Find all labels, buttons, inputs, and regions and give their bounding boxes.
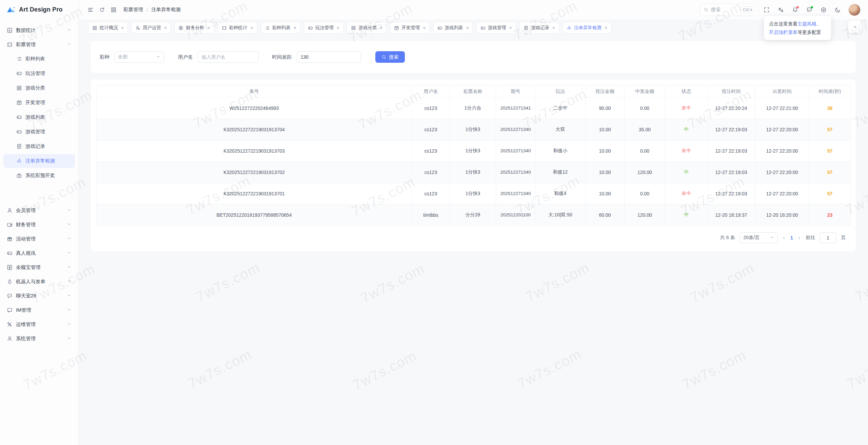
goto-page-input[interactable]: [820, 232, 836, 243]
sidebar-item-ops-mgmt[interactable]: 运维管理: [3, 317, 75, 331]
fullscreen-button[interactable]: [761, 4, 772, 16]
sidebar-item-chatroom28[interactable]: 聊天室28: [3, 289, 75, 303]
tools-icon: [7, 322, 13, 327]
sidebar-item-yuebao-mgmt[interactable]: 余额宝管理: [3, 260, 75, 274]
sidebar-item-bet-anomaly-detect[interactable]: 注单异常检测: [3, 154, 75, 168]
close-icon[interactable]: ×: [605, 25, 607, 30]
chevron-down-icon: [67, 27, 72, 33]
tab-lottery-list[interactable]: 彩种列表×: [261, 22, 300, 34]
filter-bar: 彩种 全部 用户名 时间差距 搜索: [91, 41, 856, 73]
close-icon[interactable]: ×: [207, 25, 210, 30]
close-icon[interactable]: ×: [251, 25, 253, 30]
ticket-icon: [222, 25, 227, 31]
chevron-down-icon: [67, 293, 72, 299]
sidebar-item-game-records[interactable]: 游戏记录: [3, 139, 75, 153]
sidebar-item-label: 活动管理: [16, 236, 36, 242]
cell-lottery: 1分六合: [450, 98, 496, 119]
fullscreen-icon: [764, 7, 770, 13]
grid-icon: [92, 25, 97, 31]
tooltip-separator: 、: [816, 21, 821, 26]
close-icon[interactable]: ×: [337, 25, 339, 30]
tab-game-category[interactable]: 游戏分类×: [347, 22, 387, 34]
cell-status: 中: [665, 205, 708, 226]
user-icon: [7, 208, 13, 213]
gamepad-icon: [7, 250, 13, 256]
col-bet-amount: 投注金额: [586, 85, 625, 98]
global-search-input[interactable]: 搜索 Ctrl k: [700, 4, 758, 16]
sidebar-item-game-list[interactable]: 游戏列表: [3, 110, 75, 124]
sidebar-item-robot-orders[interactable]: 机器人与发单: [3, 275, 75, 288]
tab-user-operations[interactable]: 用户运营×: [131, 22, 171, 34]
tab-game-records[interactable]: 游戏记录×: [519, 22, 559, 34]
apps-button[interactable]: [108, 4, 119, 16]
sidebar-item-member-mgmt[interactable]: 会员管理: [3, 204, 75, 217]
timediff-input[interactable]: [297, 51, 361, 63]
close-icon[interactable]: ×: [423, 25, 426, 30]
search-button[interactable]: 搜索: [375, 51, 405, 63]
cell-bet-amount: 90.00: [586, 98, 625, 119]
sidebar-item-game-category[interactable]: 游戏分类: [3, 81, 75, 95]
breadcrumb-parent[interactable]: 彩票管理: [123, 6, 143, 13]
page-size-select[interactable]: 20条/页: [740, 232, 778, 243]
tab-game-list[interactable]: 游戏列表×: [433, 22, 473, 34]
cell-period: 202512201100: [496, 205, 535, 226]
col-order: 单号: [97, 85, 412, 98]
close-icon[interactable]: ×: [552, 25, 555, 30]
prev-page-button[interactable]: ‹: [783, 235, 786, 241]
watermark: 7w7s.com: [844, 346, 868, 392]
collapse-menu-button[interactable]: [85, 4, 96, 16]
sidebar-item-im-mgmt[interactable]: IM管理: [3, 303, 75, 317]
tab-stats-overview[interactable]: 统计概况×: [88, 22, 128, 34]
settings-button[interactable]: [818, 4, 829, 16]
watermark: 7w7s.com: [523, 259, 592, 305]
sidebar-item-lottery-list[interactable]: 彩种列表: [3, 52, 75, 66]
table-row: BET2025122018193779588570654 timibbs 分分2…: [97, 205, 851, 226]
sidebar-item-finance-mgmt[interactable]: 财务管理: [3, 218, 75, 231]
tab-finance-analysis[interactable]: 财务分析×: [174, 22, 214, 34]
chevron-down-icon: [67, 265, 72, 270]
cell-win-amount: 0.00: [625, 183, 665, 205]
sidebar-item-lottery-mgmt[interactable]: 彩票管理: [3, 38, 75, 51]
current-page[interactable]: 1: [790, 235, 793, 240]
theme-style-link[interactable]: 主题风格: [797, 21, 816, 26]
lottery-select[interactable]: 全部: [114, 51, 164, 63]
sidebar-item-draw-mgmt[interactable]: 开奖管理: [3, 96, 75, 110]
notification-badge: [796, 6, 799, 8]
next-page-button[interactable]: ›: [798, 235, 801, 241]
sidebar-item-label: 玩法管理: [25, 70, 45, 77]
tab-bet-anomaly-detect[interactable]: 注单异常检测×: [563, 22, 611, 34]
sidebar: Art Design Pro 数据统计 彩票管理 彩种列表 玩法管理 游戏分类 …: [0, 0, 79, 445]
tab-label: 游戏列表: [445, 25, 463, 31]
expand-toggle-button[interactable]: [848, 20, 862, 33]
dark-mode-button[interactable]: [832, 4, 844, 16]
notifications-button[interactable]: [789, 4, 801, 16]
menu-gap: [3, 183, 76, 203]
sidebar-item-live-video[interactable]: 真人视讯: [3, 246, 75, 260]
tab-game-mgmt[interactable]: 游戏管理×: [476, 22, 516, 34]
close-icon[interactable]: ×: [509, 25, 512, 30]
chevron-down-icon: [67, 336, 72, 342]
chat-bubble-icon: [7, 293, 13, 299]
topbar-menu-link[interactable]: 开启顶栏菜单: [769, 30, 797, 35]
sidebar-item-data-stats[interactable]: 数据统计: [3, 23, 75, 37]
sidebar-item-label: 运维管理: [16, 321, 36, 328]
refresh-button[interactable]: [96, 4, 108, 16]
tab-draw-mgmt[interactable]: 开奖管理×: [390, 22, 430, 34]
sidebar-item-system-mgmt[interactable]: 系统管理: [3, 332, 75, 345]
close-icon[interactable]: ×: [294, 25, 296, 30]
watermark: 7w7s.com: [350, 347, 419, 393]
close-icon[interactable]: ×: [121, 25, 124, 30]
messages-button[interactable]: [804, 4, 815, 16]
close-icon[interactable]: ×: [380, 25, 382, 30]
language-button[interactable]: [775, 4, 787, 16]
avatar[interactable]: [848, 4, 861, 16]
username-input[interactable]: [198, 51, 259, 63]
sidebar-item-play-mgmt[interactable]: 玩法管理: [3, 66, 75, 80]
tab-play-mgmt[interactable]: 玩法管理×: [304, 22, 343, 34]
close-icon[interactable]: ×: [164, 25, 167, 30]
tab-lottery-stats[interactable]: 彩种统计×: [218, 22, 257, 34]
close-icon[interactable]: ×: [466, 25, 469, 30]
sidebar-item-game-mgmt[interactable]: 游戏管理: [3, 125, 75, 139]
sidebar-item-system-predraw[interactable]: 系统彩预开奖: [3, 169, 75, 182]
sidebar-item-activity-mgmt[interactable]: 活动管理: [3, 232, 75, 246]
